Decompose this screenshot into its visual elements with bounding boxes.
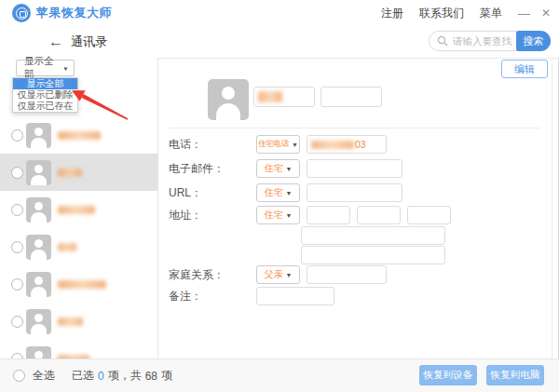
select-all-label[interactable]: 全选 <box>33 368 55 384</box>
contact-name-redacted <box>58 206 95 214</box>
address-field-1[interactable] <box>307 206 350 224</box>
sidebar: 显示全部 ▼ <box>0 58 158 358</box>
chevron-down-icon: ▼ <box>286 272 293 278</box>
panel-right-divider <box>552 58 552 358</box>
family-field[interactable] <box>307 265 387 284</box>
restore-to-computer-button[interactable]: 恢复到电脑 <box>486 365 544 385</box>
contact-checkbox[interactable] <box>11 204 23 216</box>
url-type-dropdown[interactable]: 住宅 ▼ <box>256 183 300 202</box>
list-item[interactable] <box>0 191 158 228</box>
contact-checkbox[interactable] <box>11 278 23 291</box>
field-row-url: URL： 住宅 ▼ <box>169 183 402 202</box>
field-label: 备注： <box>169 287 256 305</box>
selected-prefix: 已选 <box>72 368 94 384</box>
list-item[interactable] <box>0 116 158 154</box>
close-button[interactable]: ✕ <box>541 7 551 19</box>
menu-item-show-deleted[interactable]: 仅显示已删除 <box>13 89 77 101</box>
back-button[interactable]: ← <box>48 34 63 49</box>
contact-name-redacted <box>58 280 106 289</box>
contact-us-link[interactable]: 联系我们 <box>419 6 464 21</box>
url-field[interactable] <box>307 183 402 202</box>
field-label: 电子邮件： <box>169 159 256 178</box>
edit-button[interactable]: 编辑 <box>501 60 548 78</box>
phone-field[interactable]: 03 <box>307 135 387 154</box>
field-label: 家庭关系： <box>169 265 256 284</box>
selection-summary: 已选 0 项，共 68 项 <box>72 368 172 384</box>
list-item[interactable] <box>0 303 158 340</box>
menu-item-show-existing[interactable]: 仅显示已存在 <box>13 101 77 112</box>
minimize-button[interactable]: — <box>518 7 530 20</box>
family-type-dropdown[interactable]: 父亲 ▼ <box>256 265 300 284</box>
contact-checkbox[interactable] <box>11 316 23 328</box>
field-row-address: 地址： 住宅 ▼ <box>169 206 451 224</box>
chevron-down-icon: ▼ <box>292 142 298 148</box>
contact-name-redacted <box>58 318 83 326</box>
contact-checkbox[interactable] <box>11 241 23 253</box>
toolbar: ← 通讯录 搜索 <box>0 26 559 59</box>
address-field-2[interactable] <box>357 206 401 224</box>
lastname-field[interactable] <box>253 87 315 107</box>
divider <box>169 128 540 128</box>
contact-checkbox[interactable] <box>11 167 23 179</box>
note-field[interactable] <box>256 287 334 305</box>
firstname-field[interactable] <box>320 87 382 107</box>
app-title: 苹果恢复大师 <box>36 5 112 21</box>
list-item-selected[interactable] <box>0 154 158 191</box>
page-title: 通讯录 <box>71 34 107 50</box>
list-item[interactable] <box>0 228 158 265</box>
contact-avatar-icon <box>26 309 51 334</box>
menu-link[interactable]: 菜单 <box>480 6 502 21</box>
field-label: 电话： <box>169 135 256 154</box>
field-row-family: 家庭关系： 父亲 ▼ <box>169 265 387 284</box>
address-type-dropdown[interactable]: 住宅 ▼ <box>256 206 300 224</box>
total-count: 68 <box>145 370 157 383</box>
field-label: 地址： <box>169 206 256 224</box>
selected-mid: 项，共 <box>108 368 142 384</box>
contact-list <box>0 116 158 358</box>
chevron-down-icon: ▼ <box>286 190 293 196</box>
chevron-down-icon: ▼ <box>286 166 293 172</box>
list-item[interactable] <box>0 265 158 303</box>
register-link[interactable]: 注册 <box>381 6 403 21</box>
contact-avatar-icon <box>26 272 51 297</box>
contact-avatar-icon <box>26 123 51 148</box>
email-type-dropdown[interactable]: 住宅 ▼ <box>256 159 300 178</box>
contact-avatar-icon <box>26 197 51 223</box>
field-row-address-2 <box>301 226 445 245</box>
detail-avatar-icon <box>208 79 249 120</box>
select-all-checkbox[interactable] <box>13 370 25 382</box>
search-box: 搜索 <box>429 31 551 51</box>
field-row-phone: 电话： 住宅电话 ▼ 03 <box>169 135 387 154</box>
phone-redacted <box>311 141 354 149</box>
name-redacted <box>258 91 282 102</box>
filter-dropdown[interactable]: 显示全部 ▼ <box>16 60 75 76</box>
chevron-down-icon: ▼ <box>286 212 293 219</box>
titlebar-right: 注册 联系我们 菜单 — ✕ <box>381 6 559 21</box>
address-field-3[interactable] <box>407 206 451 224</box>
chevron-down-icon: ▼ <box>62 65 69 71</box>
contact-checkbox[interactable] <box>11 129 23 142</box>
search-button[interactable]: 搜索 <box>516 31 551 51</box>
phone-type-dropdown[interactable]: 住宅电话 ▼ <box>256 135 300 154</box>
contact-name-redacted <box>58 243 76 251</box>
phone-visible-digits: 03 <box>355 139 366 150</box>
contact-avatar-icon <box>26 235 51 260</box>
address-field-4[interactable] <box>301 226 445 245</box>
app-window: 苹果恢复大师 注册 联系我们 菜单 — ✕ ← 通讯录 搜索 显示全部 ▼ <box>0 0 559 392</box>
email-field[interactable] <box>307 159 402 178</box>
selected-suffix: 项 <box>161 368 172 384</box>
selected-count: 0 <box>98 370 104 383</box>
search-icon <box>437 35 448 47</box>
field-row-note: 备注： <box>169 287 334 305</box>
list-item[interactable] <box>0 340 158 358</box>
contact-name-redacted <box>58 169 82 177</box>
contact-avatar-icon <box>26 346 51 359</box>
titlebar: 苹果恢复大师 注册 联系我们 菜单 — ✕ <box>0 0 559 27</box>
field-label: URL： <box>169 183 256 202</box>
address-field-5[interactable] <box>301 246 445 264</box>
contact-avatar-icon <box>26 160 51 185</box>
field-row-email: 电子邮件： 住宅 ▼ <box>169 159 402 178</box>
field-row-address-3 <box>301 246 445 264</box>
menu-item-show-all[interactable]: 显示全部 <box>13 78 77 89</box>
restore-to-device-button[interactable]: 恢复到设备 <box>419 365 477 385</box>
